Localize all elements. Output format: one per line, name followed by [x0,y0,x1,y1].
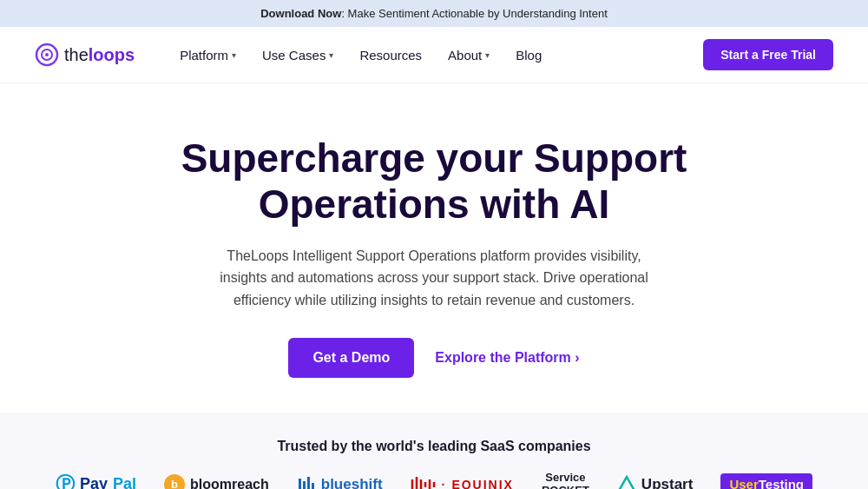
hero-description: TheLoops Intelligent Support Operations … [208,245,660,312]
banner-bold: Download Now [260,7,341,20]
top-banner: Download Now: Make Sentiment Actionable … [0,0,868,27]
servicerocket-name-2: ROCKET [542,485,589,489]
hero-buttons: Get a Demo Explore the Platform › [17,338,851,378]
chevron-down-icon: ▾ [232,50,236,60]
nav-link-resources[interactable]: Resources [349,41,432,69]
chevron-down-icon: ▾ [485,50,490,60]
logo-icon [35,43,59,67]
logo-text: theloops [64,45,135,65]
nav-item-about[interactable]: About ▾ [437,41,500,69]
paypal-logo: Ⓟ PayPal [56,472,136,489]
blueshift-name: blueshift [321,476,383,489]
bloomreach-logo: b bloomreach [164,474,269,489]
nav-link-blog[interactable]: Blog [505,41,552,69]
nav-item-platform[interactable]: Platform ▾ [169,41,247,69]
hero-section: Supercharge your Support Operations with… [0,83,868,413]
upstart-name: Upstart [641,476,694,489]
svg-rect-5 [307,477,310,489]
equinix-name: · EQUINIX [442,478,514,489]
paypal-name-2: Pal [113,475,136,489]
nav-links: Platform ▾ Use Cases ▾ Resources About ▾… [169,41,703,69]
logo-link[interactable]: theloops [35,43,135,67]
paypal-icon: Ⓟ [56,472,75,489]
bloomreach-name: bloomreach [190,477,269,489]
navigation: theloops Platform ▾ Use Cases ▾ Resource… [0,27,868,83]
nav-item-usecases[interactable]: Use Cases ▾ [252,41,344,69]
get-demo-button[interactable]: Get a Demo [288,338,414,378]
nav-link-usecases[interactable]: Use Cases ▾ [252,41,344,69]
chevron-down-icon: ▾ [329,50,333,60]
equinix-icon [411,475,437,489]
svg-marker-13 [619,477,635,489]
nav-link-platform[interactable]: Platform ▾ [169,41,247,69]
svg-rect-6 [312,483,314,489]
nav-item-resources[interactable]: Resources [349,41,432,69]
blueshift-icon [297,475,316,489]
upstart-icon [617,475,636,489]
svg-rect-3 [299,479,301,489]
blueshift-logo: blueshift [297,475,383,489]
company-logos: Ⓟ PayPal b bloomreach blueshift [35,472,833,489]
servicerocket-name-1: Service [545,472,585,484]
nav-item-blog[interactable]: Blog [505,41,552,69]
servicerocket-logo: Service ROCKET [542,472,589,489]
explore-platform-link[interactable]: Explore the Platform › [435,350,579,366]
bloomreach-icon: b [164,474,185,489]
nav-link-about[interactable]: About ▾ [437,41,500,69]
paypal-name: Pay [80,475,108,489]
equinix-logo: · EQUINIX [411,475,514,489]
usertesting-badge: UserTesting [720,473,812,489]
banner-text: : Make Sentiment Actionable by Understan… [341,7,607,20]
upstart-logo: Upstart [617,475,694,489]
trusted-title: Trusted by the world's leading SaaS comp… [35,439,833,454]
trusted-section: Trusted by the world's leading SaaS comp… [0,413,868,489]
hero-heading: Supercharge your Support Operations with… [139,135,729,228]
start-trial-button[interactable]: Start a Free Trial [703,39,833,70]
usertesting-logo: UserTesting [720,473,812,489]
svg-point-2 [45,53,49,56]
svg-rect-4 [303,481,306,489]
